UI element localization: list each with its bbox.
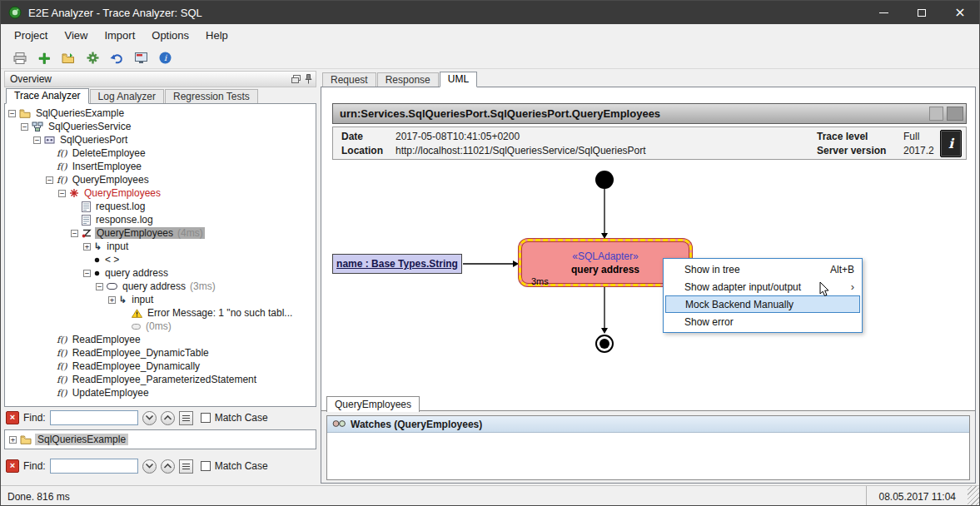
context-menu-item-show-in-tree[interactable]: Show in treeAlt+B (664, 260, 862, 278)
find-input[interactable] (50, 410, 138, 425)
float-button[interactable] (291, 75, 301, 83)
status-datetime: 08.05.2017 11:04 (866, 486, 968, 506)
menu-item-project[interactable]: Project (6, 24, 56, 47)
tree-item-query-address[interactable]: −query address(3ms) (5, 280, 316, 293)
gear-icon (87, 52, 99, 64)
folder-icon (19, 108, 31, 118)
find-close-button-2[interactable]: × (6, 459, 19, 473)
find-input-2[interactable] (50, 459, 138, 474)
chevron-down-icon (145, 414, 154, 421)
minimize-icon (879, 12, 888, 13)
find-options-button-2[interactable] (179, 459, 193, 474)
title-bar: E2E Analyzer - Trace Analyzer: SQL × (1, 1, 979, 24)
collapse-icon[interactable]: − (8, 110, 16, 117)
header-scroll-thumb[interactable] (929, 107, 943, 121)
tree-item-0ms[interactable]: (0ms) (5, 320, 316, 333)
tree-item-deleteemployee[interactable]: f()DeleteEmployee (5, 146, 316, 160)
find-prev-button-2[interactable] (161, 459, 175, 474)
expand-icon[interactable]: + (108, 296, 116, 304)
tree-item-sqlqueriesservice[interactable]: −SqlQueriesService (5, 120, 316, 133)
context-menu-item-mock-backend-manually[interactable]: Mock Backend Manually (665, 295, 860, 313)
collapse-icon[interactable]: − (46, 176, 53, 184)
tree-item-response-log[interactable]: response.log (5, 213, 316, 226)
open-button[interactable] (59, 49, 77, 67)
trace-view-button[interactable] (132, 49, 150, 67)
collapse-icon[interactable]: − (96, 283, 103, 290)
main-tabs: RequestResponseUML (321, 71, 976, 87)
tab-trace-analyzer[interactable]: Trace Analyzer (6, 88, 89, 104)
tab-queryemployees[interactable]: QueryEmployees (326, 396, 420, 412)
context-menu-item-show-error[interactable]: Show error (664, 313, 862, 330)
tree-item-reademployee-dynamically[interactable]: f()ReadEmployee_Dynamically (5, 360, 316, 373)
collapse-icon[interactable]: − (83, 270, 91, 277)
maximize-button[interactable] (903, 1, 941, 24)
action-icon (107, 283, 117, 290)
find-prev-button[interactable] (161, 411, 175, 425)
tree-item-sqlqueriesexample[interactable]: −SqlQueriesExample (5, 107, 316, 120)
tree-item-[interactable]: < > (5, 253, 316, 266)
collapse-icon[interactable]: − (58, 190, 66, 197)
collapse-icon[interactable]: − (21, 123, 28, 131)
menu-item-view[interactable]: View (56, 24, 96, 47)
find-close-button[interactable]: × (6, 411, 19, 424)
collapse-icon[interactable]: − (71, 230, 78, 237)
watches-header: Watches (QueryEmployees) (327, 416, 969, 433)
settings-button[interactable] (83, 49, 102, 67)
find-label: Find: (23, 412, 46, 424)
menu-item-options[interactable]: Options (143, 24, 197, 47)
tree-item-label: ReadEmployee_Dynamically (71, 360, 201, 372)
tab-response[interactable]: Response (377, 72, 439, 87)
initial-node[interactable] (595, 171, 614, 189)
print-button[interactable] (11, 49, 29, 67)
tab-log-analyzer[interactable]: Log Analyzer (90, 89, 164, 103)
tree-item-queryemployees[interactable]: −QueryEmployees (5, 186, 316, 200)
secondary-tree-root[interactable]: SqlQueriesExample (35, 434, 128, 445)
watches-title: Watches (QueryEmployees) (351, 419, 482, 430)
find-next-button-2[interactable] (142, 459, 157, 474)
match-case-checkbox[interactable] (201, 413, 211, 423)
menu-item-import[interactable]: Import (96, 24, 143, 47)
maximize-icon (918, 9, 926, 17)
tab-uml[interactable]: UML (440, 72, 477, 87)
resize-grip[interactable] (968, 486, 979, 506)
tree-item-sqlqueriesport[interactable]: −SqlQueriesPort (5, 133, 316, 146)
context-menu-item-show-adapter-input-output[interactable]: Show adapter input/output› (664, 278, 862, 295)
menu-item-help[interactable]: Help (197, 24, 236, 47)
tree-item-error-message-1-no-such-tabl[interactable]: Error Message: 1 "no such tabl... (5, 306, 316, 320)
tree-item-label: QueryEmployees (82, 187, 162, 199)
uml-diagram: urn:Services.SqlQueriesPort.SqlQueriesPo… (321, 87, 975, 411)
tab-regression-tests[interactable]: Regression Tests (165, 89, 258, 103)
close-button[interactable]: × (941, 1, 979, 24)
final-node[interactable] (595, 335, 614, 353)
toolbar: i (1, 47, 979, 69)
pin-button[interactable] (305, 74, 312, 84)
add-button[interactable] (35, 49, 53, 67)
tree-item-queryemployees[interactable]: −QueryEmployees(4ms) (5, 226, 316, 240)
find-options-button[interactable] (179, 411, 193, 425)
tree-item-insertemployee[interactable]: f()InsertEmployee (5, 160, 316, 173)
find-next-button[interactable] (142, 411, 157, 425)
bullet-icon (94, 257, 100, 263)
tree-item-request-log[interactable]: request.log (5, 200, 316, 213)
expand-icon[interactable]: + (9, 436, 17, 444)
collapse-icon[interactable]: − (33, 136, 41, 144)
tree-item-query-address[interactable]: −query address (5, 266, 316, 280)
match-case-checkbox-2[interactable] (201, 461, 211, 471)
expand-icon[interactable]: + (83, 243, 91, 251)
tree-item-label: (0ms) (144, 320, 173, 332)
tree-item-reademployee-dynamictable[interactable]: f()ReadEmployee_DynamicTable (5, 346, 316, 360)
list-icon (182, 414, 191, 422)
trace-info-button[interactable]: i (940, 130, 962, 157)
tree-item-input[interactable]: +↳input (5, 293, 316, 306)
info-button-toolbar[interactable]: i (156, 49, 174, 67)
tree-item-reademployee-parameterizedstatement[interactable]: f()ReadEmployee_ParameterizedStatement (5, 373, 316, 386)
tree-item-reademployee[interactable]: f()ReadEmployee (5, 333, 316, 346)
param-label[interactable]: name : Base Types.String (332, 254, 462, 274)
tree-item-updateemployee[interactable]: f()UpdateEmployee (5, 386, 316, 399)
tab-request[interactable]: Request (322, 72, 376, 87)
tree-item-input[interactable]: +↳input (5, 240, 316, 253)
undo-button[interactable] (107, 49, 126, 67)
chevron-up-icon (163, 463, 172, 469)
minimize-button[interactable] (864, 1, 903, 24)
tree-item-queryemployees[interactable]: −f()QueryEmployees (5, 173, 316, 186)
